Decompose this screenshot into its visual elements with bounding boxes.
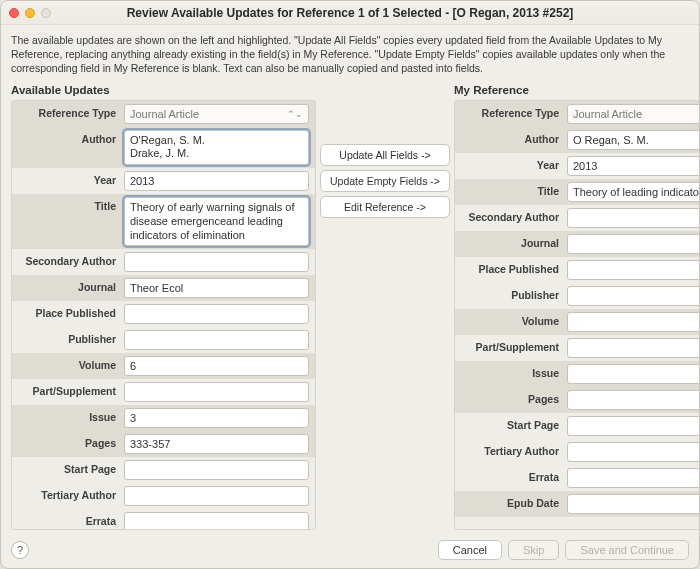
title-input[interactable]: Theory of early warning signals of disea… [124,197,309,246]
year-input[interactable] [567,156,699,176]
update-all-fields-button[interactable]: Update All Fields -> [320,144,450,166]
tertiary-author-input[interactable] [567,442,699,462]
label-place-published: Place Published [455,257,565,283]
author-input[interactable]: O'Regan, S. M. Drake, J. M. [124,130,309,166]
my-reference-form: Reference Type Journal Article ⌃⌄ Author… [454,100,699,530]
secondary-author-input[interactable] [567,208,699,228]
author-input[interactable] [567,130,699,150]
minimize-icon[interactable] [25,8,35,18]
pages-input[interactable] [124,434,309,454]
row-journal: Journal [455,231,699,257]
secondary-author-input[interactable] [124,252,309,272]
place-published-input[interactable] [124,304,309,324]
label-place-published: Place Published [12,301,122,327]
label-pages: Pages [12,431,122,457]
titlebar: Review Available Updates for Reference 1… [1,1,699,25]
publisher-input[interactable] [124,330,309,350]
help-button[interactable]: ? [11,541,29,559]
row-publisher: Publisher [455,283,699,309]
journal-input[interactable] [124,278,309,298]
label-publisher: Publisher [455,283,565,309]
row-start-page: Start Page [12,457,315,483]
action-buttons-column: Update All Fields -> Update Empty Fields… [320,82,450,530]
label-start-page: Start Page [455,413,565,439]
issue-input[interactable] [567,364,699,384]
close-icon[interactable] [9,8,19,18]
label-pages: Pages [455,387,565,413]
part-supplement-input[interactable] [567,338,699,358]
label-year: Year [12,168,122,194]
row-part-supplement: Part/Supplement [455,335,699,361]
save-and-continue-button: Save and Continue [565,540,689,560]
start-page-input[interactable] [124,460,309,480]
row-start-page: Start Page [455,413,699,439]
row-reference-type: Reference Type Journal Article ⌃⌄ [455,101,699,127]
label-start-page: Start Page [12,457,122,483]
label-secondary-author: Secondary Author [12,249,122,275]
label-publisher: Publisher [12,327,122,353]
label-journal: Journal [12,275,122,301]
zoom-icon [41,8,51,18]
row-place-published: Place Published [12,301,315,327]
start-page-input[interactable] [567,416,699,436]
skip-button: Skip [508,540,559,560]
label-volume: Volume [455,309,565,335]
label-tertiary-author: Tertiary Author [12,483,122,509]
cancel-button[interactable]: Cancel [438,540,502,560]
label-issue: Issue [12,405,122,431]
row-issue: Issue [12,405,315,431]
label-reference-type: Reference Type [12,101,122,127]
instructions-text: The available updates are shown on the l… [1,25,699,82]
label-secondary-author: Secondary Author [455,205,565,231]
label-volume: Volume [12,353,122,379]
row-place-published: Place Published [455,257,699,283]
available-updates-form: Reference Type Journal Article ⌃⌄ Author… [11,100,316,530]
part-supplement-input[interactable] [124,382,309,402]
update-empty-fields-button[interactable]: Update Empty Fields -> [320,170,450,192]
issue-input[interactable] [124,408,309,428]
label-journal: Journal [455,231,565,257]
errata-input[interactable] [124,512,309,530]
epub-date-input[interactable] [567,494,699,514]
row-year: Year [455,153,699,179]
tertiary-author-input[interactable] [124,486,309,506]
reference-type-value: Journal Article [573,108,642,120]
label-part-supplement: Part/Supplement [455,335,565,361]
row-pages: Pages [12,431,315,457]
row-part-supplement: Part/Supplement [12,379,315,405]
row-issue: Issue [455,361,699,387]
row-title: Title [455,179,699,205]
available-updates-column: Available Updates Reference Type Journal… [11,82,316,530]
row-volume: Volume [455,309,699,335]
row-publisher: Publisher [12,327,315,353]
window: Review Available Updates for Reference 1… [0,0,700,569]
window-title: Review Available Updates for Reference 1… [9,6,691,20]
label-title: Title [455,179,565,205]
label-author: Author [12,127,122,169]
year-input[interactable] [124,171,309,191]
edit-reference-button[interactable]: Edit Reference -> [320,196,450,218]
publisher-input[interactable] [567,286,699,306]
reference-type-select[interactable]: Journal Article ⌃⌄ [567,104,699,124]
label-errata: Errata [455,465,565,491]
row-journal: Journal [12,275,315,301]
title-input[interactable] [567,182,699,202]
place-published-input[interactable] [567,260,699,280]
label-epub-date: Epub Date [455,491,565,517]
window-controls [9,8,51,18]
pages-input[interactable] [567,390,699,410]
row-errata: Errata [12,509,315,530]
row-secondary-author: Secondary Author [455,205,699,231]
my-reference-heading: My Reference [454,82,699,100]
volume-input[interactable] [567,312,699,332]
volume-input[interactable] [124,356,309,376]
errata-input[interactable] [567,468,699,488]
label-tertiary-author: Tertiary Author [455,439,565,465]
reference-type-select[interactable]: Journal Article ⌃⌄ [124,104,309,124]
reference-type-value: Journal Article [130,108,199,120]
chevron-updown-icon: ⌃⌄ [287,109,303,119]
available-updates-heading: Available Updates [11,82,316,100]
row-epub-date: Epub Date [455,491,699,517]
journal-input[interactable] [567,234,699,254]
row-volume: Volume [12,353,315,379]
